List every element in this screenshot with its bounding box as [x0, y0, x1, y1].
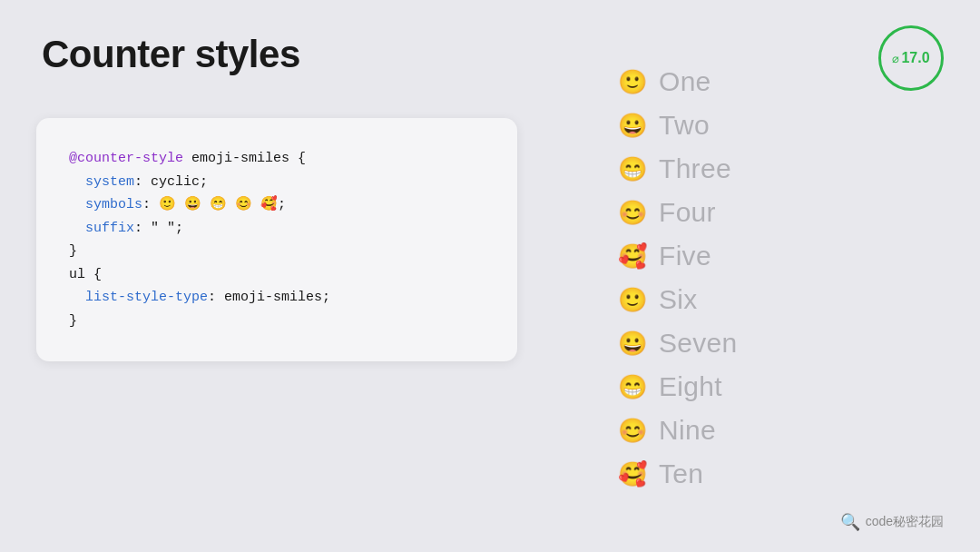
list-item-emoji: 🥰: [617, 460, 648, 488]
list-item-label: Seven: [659, 328, 738, 359]
list-item: 😁Eight: [617, 367, 738, 407]
list-item-label: Two: [659, 110, 710, 141]
version-badge: ⌀ 17.0: [878, 25, 944, 91]
list-item: 😊Four: [617, 192, 738, 232]
list-item-label: Three: [659, 153, 731, 184]
list-item-label: Eight: [659, 371, 722, 402]
version-number: 17.0: [901, 50, 929, 66]
compass-icon: ⌀: [892, 52, 899, 65]
watermark-text: code秘密花园: [866, 514, 944, 530]
list-item-emoji: 😁: [617, 155, 648, 183]
code-block: @counter-style emoji-smiles { system: cy…: [36, 118, 517, 361]
code-content: @counter-style emoji-smiles { system: cy…: [69, 147, 485, 332]
list-item-emoji: 🥰: [617, 242, 648, 271]
list-item: 😁Three: [617, 149, 738, 189]
list-item: 😊Nine: [617, 410, 738, 450]
list-item-label: Five: [659, 241, 711, 271]
list-item-emoji: 🙂: [617, 68, 648, 96]
list-item-label: One: [659, 66, 711, 97]
emoji-list: 🙂One😀Two😁Three😊Four🥰Five🙂Six😀Seven😁Eight…: [617, 62, 738, 494]
list-item-label: Ten: [659, 458, 703, 489]
list-item-emoji: 😊: [617, 199, 648, 227]
list-item-label: Six: [659, 284, 698, 315]
list-item-emoji: 😁: [617, 373, 648, 401]
list-item-emoji: 😀: [617, 330, 648, 358]
list-item-emoji: 😊: [617, 417, 648, 445]
list-item-emoji: 😀: [617, 112, 648, 140]
watermark: 🔍 code秘密花园: [840, 512, 944, 532]
list-item: 🙂Six: [617, 280, 738, 320]
list-item-label: Nine: [659, 415, 716, 446]
list-item: 😀Two: [617, 105, 738, 145]
page-title: Counter styles: [42, 33, 300, 76]
list-item-emoji: 🙂: [617, 286, 648, 314]
list-item: 🥰Five: [617, 236, 738, 276]
list-item: 🙂One: [617, 62, 738, 102]
watermark-icon: 🔍: [840, 512, 860, 532]
list-item: 🥰Ten: [617, 454, 738, 494]
list-item-label: Four: [659, 197, 716, 228]
list-item: 😀Seven: [617, 323, 738, 363]
